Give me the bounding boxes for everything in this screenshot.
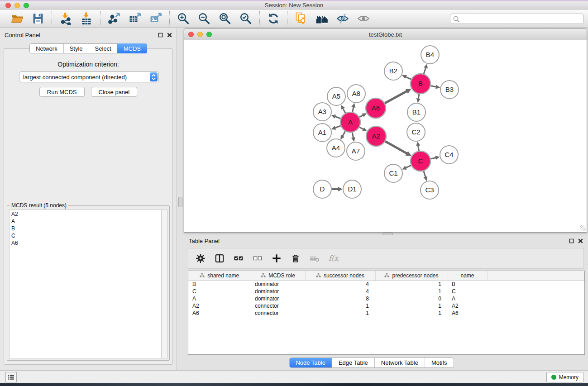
control-panel-header: Control Panel — [0, 28, 177, 42]
graph-edge-C-C1[interactable] — [405, 165, 411, 168]
table-cell[interactable]: A6 — [188, 310, 251, 317]
graph-edge-A6-B[interactable] — [385, 91, 407, 103]
close-panel-icon[interactable] — [167, 33, 172, 38]
memory-button[interactable]: Memory — [546, 372, 583, 382]
create-column-button[interactable] — [271, 253, 282, 264]
table-cell[interactable]: 1 — [305, 310, 375, 317]
control-panel-title: Control Panel — [5, 32, 158, 38]
graph-edge-B-B2[interactable] — [405, 76, 411, 79]
table-options-button[interactable] — [195, 253, 206, 264]
tab-node-table[interactable]: Node Table — [289, 358, 332, 367]
graph-edge-A-A7[interactable] — [352, 133, 353, 138]
graph-node-label-C2: C2 — [411, 128, 420, 136]
table-cell[interactable]: A2 — [448, 302, 487, 310]
tab-network[interactable]: Network — [30, 44, 63, 53]
table-cell[interactable]: 4 — [305, 288, 375, 295]
result-list-item[interactable]: A2 — [10, 210, 161, 218]
float-panel-icon[interactable] — [569, 238, 574, 243]
graph-edge-B-B3[interactable] — [431, 86, 437, 87]
result-list-item[interactable]: A — [10, 218, 161, 225]
table-cell[interactable]: 1 — [375, 310, 448, 317]
table-cell[interactable]: B — [188, 281, 251, 288]
graph-edge-B-B4[interactable] — [424, 67, 426, 74]
deselect-all-columns-button[interactable] — [252, 253, 263, 264]
open-session-button[interactable] — [10, 11, 24, 26]
float-panel-icon[interactable] — [158, 33, 163, 38]
show-graphics-details-button[interactable] — [356, 11, 371, 26]
table-panel: Table Panel f(x) shared nameMCDS rolesuc… — [184, 235, 588, 370]
zoom-out-button[interactable] — [197, 11, 211, 26]
refresh-layout-button[interactable] — [266, 11, 281, 26]
table-cell[interactable]: 8 — [305, 295, 375, 302]
result-list-item[interactable]: B — [10, 225, 161, 232]
table-cell[interactable]: 1 — [375, 281, 448, 288]
task-history-button[interactable] — [5, 372, 17, 382]
attribute-icon — [316, 273, 321, 278]
network-canvas[interactable]: AA1A2A3A4A5A6A7A8BB1B2B3B4CC1C2C3C4DD1 — [184, 40, 587, 232]
tab-select[interactable]: Select — [89, 44, 117, 53]
table-cell[interactable]: dominator — [251, 281, 305, 288]
column-header-shared-name[interactable]: shared name — [188, 271, 251, 281]
resize-grip[interactable] — [580, 225, 586, 231]
graph-node-label-A4: A4 — [332, 144, 340, 152]
table-cell[interactable]: dominator — [251, 288, 305, 295]
result-scrollbar[interactable] — [161, 210, 167, 358]
run-mcds-button[interactable]: Run MCDS — [39, 87, 85, 97]
table-cell[interactable]: A2 — [188, 302, 251, 310]
table-cell[interactable]: A — [188, 295, 251, 302]
graph-edge-A-A1[interactable] — [335, 126, 341, 128]
tab-motifs[interactable]: Motifs — [425, 358, 454, 367]
column-header-predecessor-nodes[interactable]: predecessor nodes — [375, 271, 448, 281]
table-cell[interactable]: connector — [251, 302, 305, 310]
table-cell[interactable]: dominator — [251, 295, 305, 302]
show-columns-button[interactable] — [214, 253, 225, 264]
table-cell[interactable]: B — [448, 281, 487, 288]
zoom-in-button[interactable] — [176, 11, 191, 26]
table-cell[interactable]: 1 — [305, 302, 375, 310]
column-header-name[interactable]: name — [448, 271, 487, 281]
select-all-columns-button[interactable] — [233, 253, 244, 264]
table-cell[interactable]: connector — [251, 310, 305, 317]
table-cell[interactable]: A6 — [448, 310, 487, 317]
graph-edge-A2-C[interactable] — [385, 141, 407, 154]
import-network-button[interactable] — [58, 11, 73, 26]
column-header-successor-nodes[interactable]: successor nodes — [305, 271, 375, 281]
network-window-titlebar[interactable]: testGlobe.txt — [184, 29, 587, 40]
table-cell[interactable]: 1 — [375, 302, 448, 310]
criterion-dropdown[interactable]: largest connected component (directed) — [19, 71, 159, 82]
table-cell-filler — [487, 288, 584, 295]
table-cell[interactable]: 4 — [305, 281, 375, 288]
memory-label: Memory — [559, 374, 578, 381]
result-list-item[interactable]: C — [10, 232, 161, 239]
result-list-item[interactable]: A6 — [10, 239, 161, 247]
save-session-button[interactable] — [31, 11, 45, 26]
export-network-button[interactable] — [107, 11, 121, 26]
zoom-fit-button[interactable] — [218, 11, 232, 26]
search-input[interactable] — [460, 14, 583, 24]
column-header-mcds-role[interactable]: MCDS role — [251, 271, 305, 281]
network-from-file-button[interactable] — [294, 11, 308, 26]
table-cell[interactable]: C — [188, 288, 251, 295]
search-box[interactable] — [450, 14, 584, 24]
tab-edge-table[interactable]: Edge Table — [332, 358, 374, 367]
import-table-button[interactable] — [79, 11, 94, 26]
table-cell[interactable]: 1 — [375, 288, 448, 295]
table-cell[interactable]: 0 — [375, 295, 448, 302]
graph-edge-A-A4[interactable] — [342, 131, 345, 137]
home-view-button[interactable] — [315, 11, 329, 26]
tab-network-table[interactable]: Network Table — [374, 358, 425, 367]
table-cell[interactable]: C — [448, 288, 487, 295]
close-panel-button[interactable]: Close panel — [91, 87, 138, 97]
graph-edge-A-A3[interactable] — [335, 116, 341, 119]
close-panel-icon[interactable] — [578, 238, 583, 243]
tab-style[interactable]: Style — [63, 44, 89, 53]
zoom-selected-button[interactable] — [239, 11, 253, 26]
tab-mcds[interactable]: MCDS — [117, 43, 147, 53]
graph-edge-C-C3[interactable] — [424, 171, 426, 178]
table-cell[interactable]: A — [448, 295, 487, 302]
export-image-button[interactable] — [148, 11, 163, 26]
hide-graphics-details-button[interactable] — [335, 11, 350, 26]
export-table-button[interactable] — [128, 11, 142, 26]
delete-columns-button[interactable] — [290, 253, 301, 264]
vertical-splitter-handle[interactable] — [178, 197, 182, 207]
